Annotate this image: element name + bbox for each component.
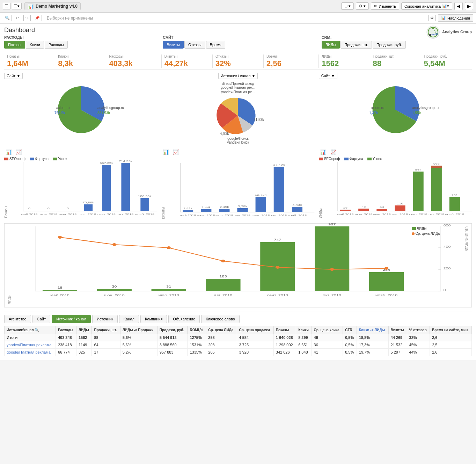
chart-type-btns-2: 📊 📈 <box>161 148 314 155</box>
svg-text:3,28k: 3,28k <box>238 205 247 208</box>
bar-chart-btn-2[interactable]: 📊 <box>161 148 170 155</box>
pie-crm-dropdown[interactable]: Сайт ▼ <box>319 73 337 79</box>
svg-text:758,5k: 758,5k <box>54 111 65 115</box>
svg-text:0: 0 <box>443 288 446 292</box>
tab-site[interactable]: Сайт <box>32 315 50 323</box>
crm-tabs: ЛИДы Продажи, шт. Продажи, руб. <box>322 41 472 49</box>
tab-raskhody[interactable]: Расходы <box>45 41 68 49</box>
svg-text:июн. 2018: июн. 2018 <box>39 213 57 216</box>
svg-rect-24 <box>102 165 111 211</box>
col-kliki-lidy[interactable]: Клики -> ЛИДы <box>357 326 388 334</box>
change-btn[interactable]: ✏ Изменить <box>371 2 399 10</box>
sections-row: РАСХОДЫ Показы Клики Расходы САЙТ Визиты… <box>4 35 472 51</box>
tab-agency[interactable]: Агентство <box>4 315 31 323</box>
col-sr-klika[interactable]: Ср. цена клика <box>312 326 343 334</box>
col-sr-lida[interactable]: Ср. цена ЛИДа <box>206 326 237 334</box>
main-content: РАСХОДЫ Показы Клики Расходы САЙТ Визиты… <box>0 35 476 360</box>
svg-text:667,65k: 667,65k <box>100 161 113 165</box>
pin-btn[interactable]: 📌 <box>33 15 42 21</box>
svg-text:4,43k: 4,43k <box>293 203 302 206</box>
toolbar-right-buttons: ⊞ ▾ ⚙ ▾ ✏ Изменить Сквозная аналитика 📊▾… <box>341 2 473 10</box>
section-divider <box>4 312 472 312</box>
svg-text:200: 200 <box>443 267 451 270</box>
y-label-pokazy: Показы <box>4 162 8 218</box>
svg-text:analyticsgroup.ru: analyticsgroup.ru <box>412 106 439 110</box>
col-prodazhi-rub[interactable]: Продажи, руб. <box>157 326 188 334</box>
svg-text:1,37k: 1,37k <box>369 111 378 115</box>
tab-ad[interactable]: Объявление <box>168 315 200 323</box>
svg-text:нояб. 2018: нояб. 2018 <box>288 214 307 217</box>
tab-vizity[interactable]: Визиты <box>163 41 184 49</box>
tab-source-channel[interactable]: Источник / канал <box>52 315 91 323</box>
analytics-btn[interactable]: Сквозная аналитика 📊▾ <box>401 2 452 10</box>
tab-prodazhi-rub[interactable]: Продажи, руб. <box>373 41 406 49</box>
tab-keyword[interactable]: Ключевое слово <box>201 315 240 323</box>
bar-charts-row: 📊 📈 SEOпроф Фартуна Успех Показы <box>4 148 472 219</box>
tab-kliki[interactable]: Клики <box>26 41 44 49</box>
svg-point-111 <box>221 260 225 262</box>
bar-chart-btn-3[interactable]: 📊 <box>319 148 328 155</box>
tab-channel[interactable]: Канал <box>119 315 139 323</box>
tab-pokazy[interactable]: Показы <box>4 41 25 49</box>
col-vizity[interactable]: Визиты <box>388 326 407 334</box>
legend-lidy-main: ЛИДы <box>412 226 440 230</box>
nav-forward-btn[interactable]: ▶ <box>465 2 473 10</box>
redo-btn[interactable]: ↪ <box>23 15 31 21</box>
svg-rect-68 <box>395 205 405 211</box>
legend-sr-color <box>412 232 415 235</box>
observations-btn[interactable]: 📊 Наблюдения <box>438 14 473 22</box>
svg-text:0: 0 <box>67 207 69 210</box>
nav-back-btn[interactable]: ◀ <box>454 2 463 10</box>
line-chart-btn-3[interactable]: 📈 <box>329 148 338 155</box>
svg-text:авг. 2018: авг. 2018 <box>392 213 408 216</box>
tab-source[interactable]: Источник <box>92 315 118 323</box>
svg-text:май 2018: май 2018 <box>21 213 37 216</box>
tab-lidy[interactable]: ЛИДы <box>322 41 340 49</box>
svg-text:окт. 2018: окт. 2018 <box>118 213 133 216</box>
line-chart-btn-2[interactable]: 📈 <box>171 148 180 155</box>
col-lidy[interactable]: ЛИДы <box>76 326 92 334</box>
list-view-btn[interactable]: ☰▾ <box>12 3 22 9</box>
pie-site-dropdown[interactable]: Источник / канал ▼ <box>218 73 258 79</box>
back-btn[interactable]: ☰ <box>3 3 10 9</box>
col-kliki[interactable]: Клики <box>296 326 312 334</box>
tab-campaign[interactable]: Кампания <box>140 315 167 323</box>
svg-text:987: 987 <box>328 223 336 226</box>
col-raskhody[interactable]: Расходы <box>56 326 76 334</box>
site-section: САЙТ Визиты Отказы Время <box>159 35 317 51</box>
line-chart-btn-1[interactable]: 📈 <box>14 148 23 155</box>
svg-text:май 2018: май 2018 <box>50 293 69 297</box>
col-prodazhi-sht[interactable]: Продажи, шт. <box>92 326 120 334</box>
tab-otkazy[interactable]: Отказы <box>184 41 205 49</box>
legend-fortuna-color <box>30 158 34 160</box>
search-btn[interactable]: 🔍 <box>3 15 12 21</box>
svg-rect-70 <box>413 172 423 211</box>
col-pokazy[interactable]: Показы <box>273 326 296 334</box>
svg-rect-66 <box>376 209 387 211</box>
col-otkazy[interactable]: % отказов <box>407 326 430 334</box>
svg-text:37,49k: 37,49k <box>273 163 285 166</box>
settings-btn[interactable]: ⚙ ▾ <box>356 2 369 10</box>
col-romi[interactable]: ROMI,% <box>188 326 206 334</box>
undo-btn[interactable]: ↩ <box>14 15 21 21</box>
kpi-prodazhi-rub: Продажи, руб. 5,54M <box>421 53 472 70</box>
chart-type-btns-1: 📊 📈 <box>4 148 157 155</box>
svg-rect-73 <box>431 166 441 168</box>
col-ctr[interactable]: CTR <box>343 326 357 334</box>
raskhody-tabs: Показы Клики Расходы <box>4 41 154 49</box>
bar-chart-btn-1[interactable]: 📊 <box>4 148 13 155</box>
col-lidy-prodazhi[interactable]: ЛИДы -> Продажи <box>120 326 157 334</box>
svg-text:1,41k: 1,41k <box>183 207 193 210</box>
tab-vremya[interactable]: Время <box>206 41 225 49</box>
svg-text:183: 183 <box>219 275 227 278</box>
display-btn[interactable]: ⊞ ▾ <box>341 2 354 10</box>
settings2-btn[interactable]: ⚙ <box>428 15 436 21</box>
search-col-icon[interactable]: 🔍 <box>35 328 39 332</box>
col-sr-prodazhi[interactable]: Ср. цена продажи <box>237 326 273 334</box>
col-vremya[interactable]: Время на сайте, мин <box>430 326 472 334</box>
analytics-logo-icon <box>426 25 440 39</box>
tab-prodazhi-sht[interactable]: Продажи, шт. <box>340 41 372 49</box>
svg-text:сент. 2018: сент. 2018 <box>409 213 427 216</box>
pie-raskhody-dropdown[interactable]: Сайт ▼ <box>4 73 23 79</box>
svg-text:26: 26 <box>343 206 347 209</box>
